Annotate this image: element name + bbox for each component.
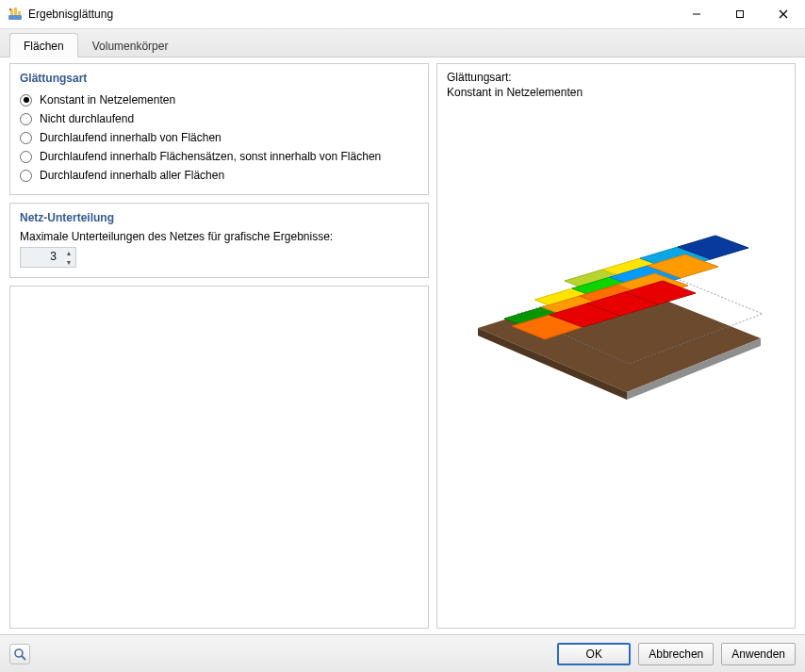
- svg-rect-0: [8, 15, 22, 20]
- footer: OK Abbrechen Anwenden: [0, 634, 805, 672]
- radio-icon: [20, 170, 32, 182]
- radio-label: Konstant in Netzelementen: [40, 93, 175, 107]
- tab-flaechen[interactable]: Flächen: [9, 33, 78, 57]
- spinner-down-icon[interactable]: ▼: [62, 257, 75, 267]
- mesh-label: Maximale Unterteilungen des Netzes für g…: [20, 230, 419, 243]
- preview-heading: Glättungsart:: [447, 70, 785, 85]
- mesh-subdiv-value: 3: [21, 248, 62, 267]
- radio-icon: [20, 113, 32, 125]
- titlebar: Ergebnisglättung: [0, 0, 805, 29]
- svg-point-4: [9, 8, 11, 10]
- radio-durchlaufend-alle[interactable]: Durchlaufend innerhalb aller Flächen: [20, 166, 419, 185]
- window-title: Ergebnisglättung: [28, 8, 675, 21]
- radio-label: Durchlaufend innerhalb von Flächen: [40, 131, 222, 144]
- cancel-button-label: Abbrechen: [649, 647, 703, 661]
- svg-rect-2: [14, 8, 17, 15]
- preview-panel: Glättungsart: Konstant in Netzelementen: [436, 63, 796, 629]
- panel-smoothing: Glättungsart Konstant in Netzelementen N…: [9, 63, 429, 195]
- svg-rect-3: [18, 11, 21, 15]
- window-close-button[interactable]: [762, 0, 805, 28]
- window-minimize-button[interactable]: [675, 0, 718, 28]
- radio-label: Durchlaufend innerhalb Flächensätzen, so…: [40, 150, 381, 163]
- radio-label: Nicht durchlaufend: [40, 112, 134, 125]
- mesh-subdiv-spinner[interactable]: 3 ▲ ▼: [20, 247, 76, 268]
- app-icon: [8, 7, 23, 22]
- preview-subheading: Konstant in Netzelementen: [447, 85, 785, 100]
- apply-button[interactable]: Anwenden: [721, 643, 796, 665]
- radio-nicht-durchlaufend[interactable]: Nicht durchlaufend: [20, 109, 419, 128]
- cancel-button[interactable]: Abbrechen: [638, 643, 714, 665]
- search-icon: [13, 647, 26, 661]
- window-maximize-button[interactable]: [718, 0, 762, 28]
- ok-button[interactable]: OK: [557, 643, 631, 665]
- svg-rect-6: [737, 11, 744, 18]
- panel-mesh: Netz-Unterteilung Maximale Unterteilunge…: [9, 203, 429, 278]
- panel-smoothing-title: Glättungsart: [20, 72, 419, 85]
- help-button[interactable]: [9, 644, 30, 664]
- radio-konstant[interactable]: Konstant in Netzelementen: [20, 90, 419, 109]
- radio-icon: [20, 151, 32, 163]
- radio-icon: [20, 132, 32, 144]
- radio-durchlaufend-flaechen[interactable]: Durchlaufend innerhalb von Flächen: [20, 128, 419, 147]
- preview-illustration: [437, 215, 795, 403]
- apply-button-label: Anwenden: [731, 647, 785, 661]
- tab-strip: Flächen Volumenkörper: [0, 29, 805, 57]
- radio-icon: [20, 94, 32, 107]
- panel-empty: [9, 286, 429, 629]
- tab-volumenkoerper[interactable]: Volumenkörper: [78, 33, 183, 57]
- ok-button-label: OK: [586, 647, 602, 661]
- radio-label: Durchlaufend innerhalb aller Flächen: [40, 169, 224, 182]
- panel-mesh-title: Netz-Unterteilung: [20, 211, 419, 224]
- svg-line-30: [22, 656, 25, 660]
- spinner-up-icon[interactable]: ▲: [62, 248, 75, 257]
- radio-durchlaufend-flaechensaetzen[interactable]: Durchlaufend innerhalb Flächensätzen, so…: [20, 147, 419, 166]
